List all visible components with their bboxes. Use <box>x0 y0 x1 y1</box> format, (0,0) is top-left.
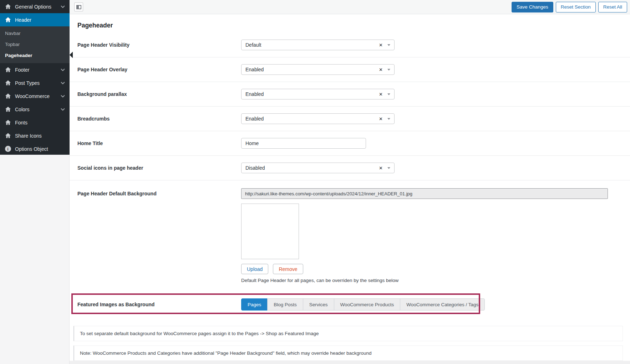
chevron-down-icon <box>60 67 65 72</box>
submenu-item-label: Topbar <box>5 42 20 47</box>
overlay-select[interactable]: Enabled ✕ <box>241 64 395 75</box>
note-shop-featured-image: To set separate default background for W… <box>73 326 623 341</box>
sidebar-item-label: WooCommerce <box>15 93 60 99</box>
submenu-item-label: Navbar <box>5 31 21 36</box>
sidebar-item-options-object[interactable]: i Options Object <box>0 142 70 155</box>
settings-panel: Pageheader Page Header Visibility Defaul… <box>70 14 630 361</box>
current-item-arrow <box>70 52 73 58</box>
sidebar-item-label: Footer <box>15 67 60 73</box>
home-icon <box>5 67 11 73</box>
caret-down-icon <box>387 93 390 95</box>
social-icons-select[interactable]: Disabled ✕ <box>241 163 395 173</box>
remove-button[interactable]: Remove <box>273 264 303 274</box>
select-value: Disabled <box>245 165 265 171</box>
parallax-select[interactable]: Enabled ✕ <box>241 89 395 99</box>
sidebar-item-label: Fonts <box>15 120 65 125</box>
caret-down-icon <box>387 118 390 120</box>
select-value: Enabled <box>245 67 264 72</box>
main-area: Save Changes Reset Section Reset All Pag… <box>70 0 630 364</box>
field-row-parallax: Background parallax Enabled ✕ <box>70 82 630 107</box>
tab-pages[interactable]: Pages <box>241 298 268 311</box>
home-icon <box>5 80 11 86</box>
home-icon <box>5 106 11 113</box>
clear-icon[interactable]: ✕ <box>379 67 383 72</box>
field-label: Breadcrumbs <box>77 116 241 122</box>
field-label: Social icons in page header <box>77 165 241 171</box>
reset-all-button[interactable]: Reset All <box>598 2 627 12</box>
field-label: Page Header Visibility <box>77 42 241 48</box>
clear-icon[interactable]: ✕ <box>379 92 383 97</box>
featured-images-tab-group: Pages Blog Posts Services WooCommerce Pr… <box>241 298 485 311</box>
field-label: Page Header Default Background <box>77 188 241 199</box>
sidebar-item-label: General Options <box>15 4 60 10</box>
home-icon <box>5 4 11 10</box>
sidebar: General Options Header Navbar Topbar Pag… <box>0 0 70 155</box>
home-icon <box>5 133 11 139</box>
field-label: Featured Images as Background <box>77 302 241 307</box>
sidebar-item-label: Header <box>15 17 65 23</box>
sidebar-item-label: Share Icons <box>15 133 65 139</box>
sidebar-background <box>0 155 70 364</box>
home-icon <box>5 119 11 126</box>
sidebar-item-navbar[interactable]: Navbar <box>0 28 70 39</box>
select-value: Default <box>245 42 261 48</box>
header-submenu: Navbar Topbar Pageheader <box>0 26 70 63</box>
save-changes-button[interactable]: Save Changes <box>512 2 553 12</box>
select-value: Enabled <box>245 116 264 122</box>
field-row-social-icons: Social icons in page header Disabled ✕ <box>70 156 630 180</box>
food-photo-image <box>243 205 298 258</box>
background-thumbnail <box>241 204 299 259</box>
field-label: Background parallax <box>77 91 241 97</box>
field-row-visibility: Page Header Visibility Default ✕ <box>70 33 630 57</box>
note-page-header-background: Note: WooCommerce Products and Categorie… <box>73 345 623 361</box>
sidebar-item-footer[interactable]: Footer <box>0 63 70 76</box>
visibility-select[interactable]: Default ✕ <box>241 40 395 50</box>
field-label: Home Title <box>77 140 241 146</box>
toolbar-actions: Save Changes Reset Section Reset All <box>512 2 627 12</box>
sidebar-item-pageheader[interactable]: Pageheader <box>0 50 70 61</box>
layout-icon <box>76 5 81 9</box>
sidebar-item-label: Colors <box>15 107 60 112</box>
tab-woocommerce-categories-tags[interactable]: WooCommerce Categories / Tags <box>400 298 485 311</box>
sidebar-item-header[interactable]: Header <box>0 13 70 26</box>
field-label: Page Header Overlay <box>77 67 241 72</box>
sidebar-item-colors[interactable]: Colors <box>0 103 70 116</box>
notes-section: To set separate default background for W… <box>70 326 630 361</box>
sidebar-item-post-types[interactable]: Post Types <box>0 76 70 89</box>
collapse-sidebar-button[interactable] <box>74 2 83 11</box>
field-row-home-title: Home Title <box>70 131 630 156</box>
clear-icon[interactable]: ✕ <box>379 166 383 170</box>
submenu-item-label: Pageheader <box>5 53 32 58</box>
sidebar-item-topbar[interactable]: Topbar <box>0 39 70 50</box>
sidebar-item-general-options[interactable]: General Options <box>0 0 70 13</box>
sidebar-item-label: Post Types <box>15 80 60 86</box>
background-url-input[interactable] <box>241 188 608 199</box>
field-row-overlay: Page Header Overlay Enabled ✕ <box>70 57 630 82</box>
field-row-breadcrumbs: Breadcrumbs Enabled ✕ <box>70 107 630 131</box>
reset-section-button[interactable]: Reset Section <box>556 2 596 12</box>
caret-down-icon <box>387 44 390 46</box>
tab-blog-posts[interactable]: Blog Posts <box>267 298 303 311</box>
chevron-down-icon <box>60 94 65 99</box>
chevron-down-icon <box>60 81 65 86</box>
caret-down-icon <box>387 167 390 169</box>
caret-down-icon <box>387 69 390 71</box>
chevron-down-icon <box>60 4 65 9</box>
tab-woocommerce-products[interactable]: WooCommerce Products <box>334 298 401 311</box>
sidebar-item-fonts[interactable]: Fonts <box>0 116 70 129</box>
info-icon: i <box>5 146 11 152</box>
home-icon <box>5 93 11 99</box>
upload-button[interactable]: Upload <box>241 264 268 274</box>
breadcrumbs-select[interactable]: Enabled ✕ <box>241 113 395 124</box>
tab-services[interactable]: Services <box>303 298 334 311</box>
select-value: Enabled <box>245 91 264 97</box>
clear-icon[interactable]: ✕ <box>379 117 383 121</box>
sidebar-item-woocommerce[interactable]: WooCommerce <box>0 89 70 103</box>
home-title-input[interactable] <box>241 138 366 149</box>
topbar: Save Changes Reset Section Reset All <box>70 0 630 14</box>
clear-icon[interactable]: ✕ <box>379 43 383 47</box>
sidebar-item-share-icons[interactable]: Share Icons <box>0 129 70 142</box>
sidebar-item-label: Options Object <box>15 146 65 152</box>
chevron-down-icon <box>60 107 65 112</box>
field-row-default-background: Page Header Default Background Upload Re… <box>70 180 630 289</box>
